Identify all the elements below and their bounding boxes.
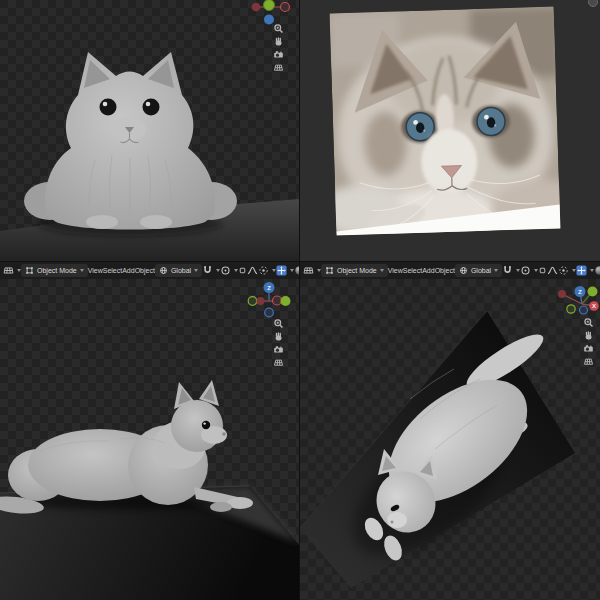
navigation-gizmo[interactable]: Z X [558,286,599,314]
zoom-icon[interactable] [583,317,594,328]
menu-view[interactable]: View [88,267,103,274]
snap-magnet-icon [502,265,513,276]
navigation-gizmo[interactable] [252,0,290,25]
orientation-label: Global [171,267,191,274]
mode-selector[interactable]: Object Mode [321,264,388,277]
navigation-gizmo[interactable]: Z [248,282,290,317]
cat-right-eye [477,107,506,136]
cat-left-eye [406,112,435,141]
pivot-point-selector[interactable] [558,265,576,276]
menu-select[interactable]: Select [403,267,422,274]
snapping-toggle[interactable] [202,265,220,276]
top-view-scene: Z X [300,279,600,600]
viewport-nav-controls [272,23,285,73]
viewport-top-view[interactable]: Object Mode View Select Add Object Globa… [300,262,600,600]
mode-label: Object Mode [337,267,377,274]
object-mode-icon [325,266,334,275]
snap-magnet-icon [202,265,213,276]
gizmo-toggle[interactable] [276,265,294,276]
mode-selector[interactable]: Object Mode [21,264,88,277]
move-hand-icon[interactable] [273,36,284,47]
svg-text:Z: Z [578,289,582,295]
cat-model-side [0,380,253,516]
orthographic-grid-icon[interactable] [583,356,594,367]
move-hand-icon[interactable] [583,330,594,341]
menu-add[interactable]: Add [122,267,134,274]
camera-view-icon[interactable] [273,344,284,355]
reference-photo [300,0,600,261]
snap-target-button[interactable] [538,266,547,275]
transform-orientation-selector[interactable]: Global [455,264,502,277]
zoom-icon[interactable] [273,318,284,329]
viewport-nav-controls [582,317,595,367]
proportional-editing-toggle[interactable] [220,265,238,276]
orthographic-grid-icon[interactable] [273,357,284,368]
front-render-scene [0,0,299,261]
overlays-toggle[interactable] [594,265,600,276]
gizmo-toggle-icon [276,265,287,276]
viewport-nav-controls [272,318,285,368]
viewport-header: Object Mode View Select Add Object Globa… [300,262,600,280]
snap-target-icon [538,266,547,275]
snap-target-button[interactable] [238,266,247,275]
camera-view-icon[interactable] [273,49,284,60]
orthographic-grid-icon[interactable] [273,62,284,73]
proportional-editing-icon [220,265,231,276]
proportional-falloff-button[interactable] [247,265,258,276]
transform-orientation-selector[interactable]: Global [155,264,202,277]
viewport-side-view[interactable]: Object Mode View Select Add Object Globa… [0,262,299,600]
snapping-toggle[interactable] [502,265,520,276]
editor-type-button[interactable] [3,265,21,276]
cat-model-front [24,52,237,230]
object-mode-icon [25,266,34,275]
proportional-editing-icon [520,265,531,276]
proportional-editing-toggle[interactable] [520,265,538,276]
svg-text:Z: Z [267,285,271,291]
editor-type-button[interactable] [303,265,321,276]
reference-image-panel[interactable] [300,0,600,261]
overlays-sphere-icon [294,265,299,276]
proportional-falloff-icon [547,265,558,276]
snap-target-icon [238,266,247,275]
global-orientation-icon [159,266,168,275]
menu-object[interactable]: Object [435,267,455,274]
proportional-falloff-button[interactable] [547,265,558,276]
move-hand-icon[interactable] [273,331,284,342]
mode-label: Object Mode [37,267,77,274]
camera-view-icon[interactable] [583,343,594,354]
pivot-point-icon [558,265,569,276]
zoom-icon[interactable] [273,23,284,34]
orientation-label: Global [471,267,491,274]
side-view-scene: Z [0,279,299,600]
blender-quad-view: Object Mode View Select Add Object Globa… [0,0,600,600]
viewport-header: Object Mode View Select Add Object Globa… [0,262,299,280]
overlays-toggle[interactable] [294,265,299,276]
svg-text:X: X [592,303,596,309]
gizmo-toggle-icon [576,265,587,276]
menu-object[interactable]: Object [135,267,155,274]
editor-type-icon [303,265,314,276]
global-orientation-icon [459,266,468,275]
menu-select[interactable]: Select [103,267,122,274]
menu-add[interactable]: Add [422,267,434,274]
overlays-sphere-icon [594,265,600,276]
viewport-front-render[interactable] [0,0,299,261]
gizmo-toggle[interactable] [576,265,594,276]
proportional-falloff-icon [247,265,258,276]
pivot-point-selector[interactable] [258,265,276,276]
editor-type-icon [3,265,14,276]
menu-view[interactable]: View [388,267,403,274]
pivot-point-icon [258,265,269,276]
